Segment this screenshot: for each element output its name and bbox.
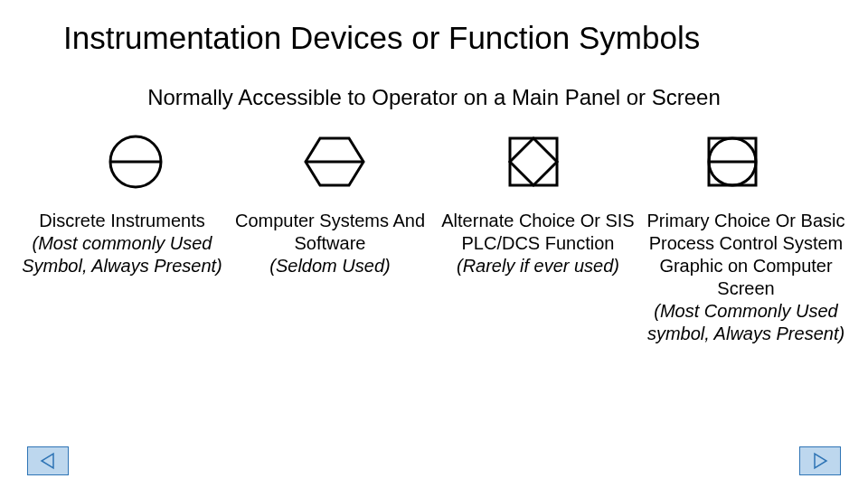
caption-note: (Seldom Used) [226, 255, 434, 277]
primary-choice-icon [693, 134, 771, 190]
next-button[interactable] [799, 446, 841, 475]
symbol-cell [434, 134, 633, 190]
caption-main: Discrete Instruments [18, 210, 226, 232]
caption-note: (Most Commonly Used symbol, Always Prese… [642, 300, 850, 345]
captions-row: Discrete Instruments (Most commonly Used… [0, 210, 868, 345]
prev-button[interactable] [27, 446, 69, 475]
symbol-cell [235, 134, 434, 190]
svg-marker-10 [815, 454, 826, 468]
computer-system-icon [296, 134, 373, 190]
caption: Alternate Choice Or SIS PLC/DCS Function… [434, 210, 642, 277]
triangle-right-icon [811, 452, 829, 470]
caption: Discrete Instruments (Most commonly Used… [18, 210, 226, 277]
caption: Computer Systems And Software (Seldom Us… [226, 210, 434, 277]
discrete-instrument-icon [97, 134, 175, 190]
triangle-left-icon [39, 452, 57, 470]
caption-main: Primary Choice Or Basic Process Control … [642, 210, 850, 300]
symbol-row [0, 134, 868, 190]
svg-marker-9 [42, 454, 53, 468]
caption: Primary Choice Or Basic Process Control … [642, 210, 850, 345]
caption-note: (Rarely if ever used) [434, 255, 642, 277]
alternate-choice-icon [495, 134, 572, 190]
svg-marker-5 [510, 138, 557, 185]
svg-rect-4 [510, 138, 557, 185]
caption-main: Computer Systems And Software [226, 210, 434, 255]
page-subtitle: Normally Accessible to Operator on a Mai… [0, 85, 868, 110]
symbol-cell [36, 134, 235, 190]
symbol-cell [633, 134, 832, 190]
caption-note: (Most commonly Used Symbol, Always Prese… [18, 232, 226, 277]
page-title: Instrumentation Devices or Function Symb… [0, 0, 868, 56]
caption-main: Alternate Choice Or SIS PLC/DCS Function [434, 210, 642, 255]
